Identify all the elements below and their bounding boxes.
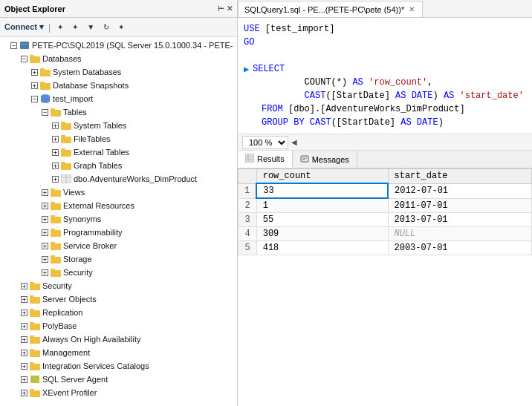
table-row[interactable]: 3552013-07-01	[239, 213, 532, 227]
toolbar-btn-extra[interactable]: ✦	[116, 22, 126, 32]
tree-item-views[interactable]: + Views	[0, 186, 237, 199]
code-editor[interactable]: USE [test_import] GO ▶ SELECT COUNT(*) A…	[238, 18, 532, 134]
code-line-1: USE [test_import]	[244, 22, 526, 36]
folder-icon	[60, 146, 72, 158]
tree-item-security[interactable]: + Security	[0, 279, 237, 292]
object-explorer: Object Explorer ⊢ ✕ Connect ▾ | ✦ ✦ ▼ ↻ …	[0, 0, 238, 406]
plus-icon: +	[21, 296, 27, 303]
connect-button[interactable]: Connect ▾	[4, 22, 44, 32]
tree-item-databases[interactable]: − Databases	[0, 52, 237, 65]
folder-icon	[29, 280, 41, 292]
results-area: Results Messages row_count sta	[238, 151, 532, 406]
code-line-from: FROM [dbo].[AdventureWorks_DimProduct]	[244, 102, 526, 116]
col-row-count-header[interactable]: row_count	[256, 169, 388, 184]
svg-rect-52	[30, 376, 39, 383]
kw-select: SELECT	[253, 64, 285, 74]
cell-start-date[interactable]: 2011-07-01	[388, 198, 531, 213]
table-row[interactable]: 1332012-07-01	[239, 183, 532, 198]
cell-row-count[interactable]: 55	[256, 213, 388, 227]
row-number: 2	[239, 198, 257, 213]
svg-rect-3	[30, 55, 34, 57]
tab-bar: SQLQuery1.sql - PE...(PETE-PC\pete (54))…	[238, 0, 532, 18]
tree-item-xevent[interactable]: + XEvent Profiler	[0, 386, 237, 399]
folder-icon	[29, 53, 41, 65]
tree-item-management[interactable]: + Management	[0, 346, 237, 359]
tree-item-server[interactable]: − PETE-PC\SQL2019 (SQL Server 15.0.1000.…	[0, 39, 237, 52]
sql-agent-label: SQL Server Agent	[42, 375, 108, 384]
cell-row-count[interactable]: 1	[256, 198, 388, 213]
svg-rect-16	[61, 135, 65, 137]
cell-start-date[interactable]: 2003-07-01	[388, 241, 531, 255]
tree-item-tables[interactable]: − Tables	[0, 105, 237, 119]
tree-item-system-tables[interactable]: + System Tables	[0, 119, 237, 132]
tree-item-storage[interactable]: + Storage	[0, 252, 237, 266]
cell-row-count[interactable]: 33	[256, 183, 388, 198]
query-tab[interactable]: SQLQuery1.sql - PE...(PETE-PC\pete (54))…	[238, 1, 423, 17]
cell-row-count[interactable]: 418	[256, 241, 388, 255]
cell-row-count[interactable]: 309	[256, 227, 388, 241]
folder-icon	[29, 387, 41, 399]
plus-icon: +	[21, 310, 27, 316]
svg-rect-18	[61, 148, 65, 151]
tab-results[interactable]: Results	[238, 151, 293, 168]
svg-rect-13	[61, 123, 71, 130]
table-row[interactable]: 54182003-07-01	[239, 241, 532, 255]
folder-icon	[39, 66, 51, 78]
db-icon	[39, 93, 51, 105]
toolbar-btn-1[interactable]: ✦	[55, 22, 65, 32]
plus-icon: +	[42, 189, 48, 196]
toolbar-btn-refresh[interactable]: ↻	[101, 22, 111, 32]
tree-item-programmability[interactable]: + Programmability	[0, 226, 237, 239]
table-icon	[60, 173, 72, 185]
tree-item-external-resources[interactable]: + External Resources	[0, 199, 237, 212]
folder-icon	[50, 266, 62, 278]
server-label: PETE-PC\SQL2019 (SQL Server 15.0.1000.34…	[32, 41, 233, 50]
tree-item-external-tables[interactable]: + External Tables	[0, 145, 237, 159]
table-row[interactable]: 4309NULL	[239, 227, 532, 241]
cell-start-date[interactable]: 2013-07-01	[388, 213, 531, 227]
tab-messages[interactable]: Messages	[293, 151, 357, 168]
tree-item-integration[interactable]: + Integration Services Catalogs	[0, 359, 237, 373]
svg-rect-15	[61, 137, 71, 143]
toolbar-btn-2[interactable]: ✦	[70, 22, 80, 32]
tree-item-synonyms[interactable]: + Synonyms	[0, 212, 237, 226]
zoom-select[interactable]: 100 % 75 % 125 %	[242, 136, 288, 149]
test-import-label: test_import	[53, 94, 93, 103]
panel-title: Object Explorer	[4, 4, 65, 13]
management-label: Management	[42, 348, 90, 357]
tree-item-security-db[interactable]: + Security	[0, 266, 237, 279]
plus-icon: +	[42, 243, 48, 249]
svg-rect-33	[51, 242, 55, 244]
plus-icon: +	[42, 229, 48, 236]
folder-icon	[39, 79, 51, 91]
close-icon: ✕	[227, 4, 233, 13]
cell-start-date[interactable]: 2012-07-01	[388, 183, 531, 198]
tree-item-server-objects[interactable]: + Server Objects	[0, 292, 237, 306]
table-row[interactable]: 212011-07-01	[239, 198, 532, 213]
folder-icon	[50, 106, 62, 118]
tree-item-polybase[interactable]: + PolyBase	[0, 319, 237, 333]
tree-item-test-import[interactable]: − test_import	[0, 92, 237, 105]
toolbar-btn-filter[interactable]: ▼	[85, 22, 97, 32]
tree-item-always-on[interactable]: + Always On High Availability	[0, 333, 237, 346]
tree-item-file-tables[interactable]: + FileTables	[0, 132, 237, 145]
folder-icon	[29, 347, 41, 358]
plus-icon: +	[52, 136, 59, 143]
cell-start-date[interactable]: NULL	[388, 227, 531, 241]
tab-close-button[interactable]: ✕	[407, 5, 416, 13]
folder-icon	[50, 240, 62, 252]
tree-item-dim-product[interactable]: + dbo.AdventureWorks_DimProduct	[0, 172, 237, 186]
tree-item-graph-tables[interactable]: + Graph Tables	[0, 159, 237, 172]
agent-icon	[29, 373, 41, 385]
tree-item-sql-agent[interactable]: + SQL Server Agent	[0, 373, 237, 386]
tree-item-system-dbs[interactable]: + System Databases	[0, 65, 237, 79]
plus-icon: +	[52, 122, 59, 129]
tree-item-service-broker[interactable]: + Service Broker	[0, 239, 237, 252]
svg-rect-20	[61, 162, 65, 164]
tree-item-snapshots[interactable]: + Database Snapshots	[0, 79, 237, 92]
tree-item-replication[interactable]: + Replication	[0, 306, 237, 319]
col-start-date-header[interactable]: start_date	[388, 169, 531, 184]
svg-rect-27	[51, 202, 55, 204]
results-grid-icon	[245, 154, 254, 164]
security-db-label: Security	[63, 268, 93, 277]
